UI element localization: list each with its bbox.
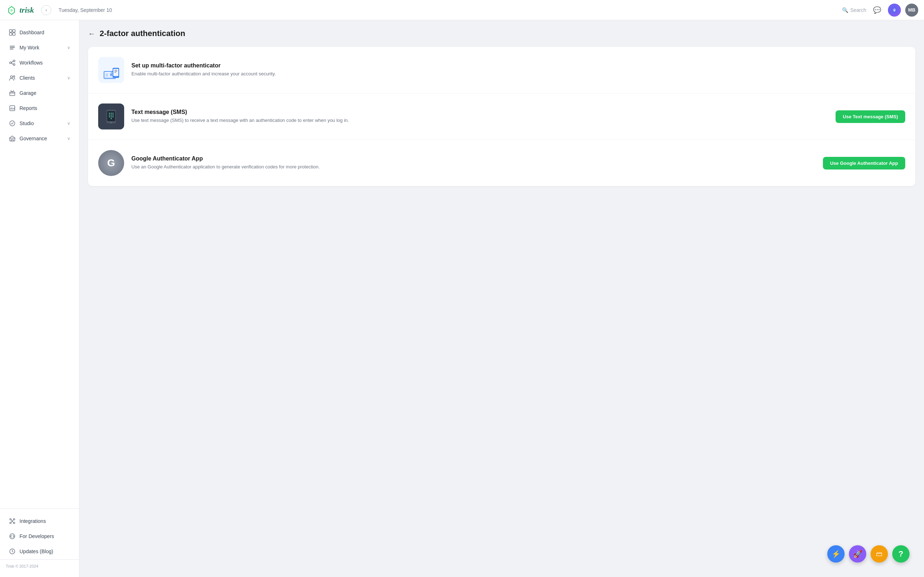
page-header: ← 2-factor authentication (88, 29, 915, 38)
sidebar: Dashboard My Work ∨ Workflows Client (0, 20, 79, 577)
updates-icon (9, 548, 16, 555)
chevron-down-icon: ∨ (67, 136, 70, 141)
rocket-icon: 🚀 (853, 550, 862, 558)
layout: Dashboard My Work ∨ Workflows Client (0, 20, 924, 577)
my-work-icon (9, 44, 16, 51)
svg-rect-6 (10, 33, 12, 35)
chat-button[interactable]: 💬 (871, 3, 884, 16)
auth-options-container: Set up multi-factor authenticator Enable… (88, 47, 915, 186)
sidebar-item-label: My Work (19, 45, 39, 50)
sidebar-item-label: Studio (19, 121, 34, 126)
svg-rect-39 (115, 72, 116, 73)
logo: trisk (6, 4, 34, 16)
lightning-icon: ⚡ (832, 550, 841, 558)
search-button[interactable]: 🔍 Search (842, 7, 866, 13)
search-label: Search (850, 7, 866, 13)
svg-point-45 (113, 113, 114, 114)
governance-icon (9, 135, 16, 142)
studio-icon (9, 120, 16, 127)
svg-rect-42 (107, 111, 115, 121)
integrations-icon (9, 517, 16, 525)
chevron-down-icon: ∨ (67, 76, 70, 81)
sidebar-item-label: Updates (Blog) (19, 548, 53, 554)
search-icon: 🔍 (842, 7, 848, 13)
svg-point-46 (109, 115, 110, 116)
sidebar-item-label: Governance (19, 135, 47, 141)
svg-rect-37 (115, 70, 117, 70)
sidebar-item-updates-blog[interactable]: Updates (Blog) (3, 544, 76, 559)
fab-help-button[interactable]: ? (892, 545, 909, 562)
svg-point-49 (109, 116, 110, 118)
use-sms-button[interactable]: Use Text message (SMS) (835, 110, 905, 123)
svg-point-40 (115, 76, 116, 77)
collapse-sidebar-button[interactable]: ‹ (41, 5, 51, 15)
ai-icon (890, 6, 899, 15)
google-auth-content: Google Authenticator App Use an Google A… (131, 155, 816, 171)
mfa-title: Set up multi-factor authenticator (131, 62, 905, 69)
svg-rect-10 (10, 49, 13, 49)
sms-content: Text message (SMS) Use text message (SMS… (131, 109, 828, 124)
reports-icon (9, 105, 16, 112)
svg-rect-38 (115, 71, 117, 71)
sidebar-item-reports[interactable]: Reports (3, 101, 76, 115)
google-auth-card: G Google Authenticator App Use an Google… (88, 140, 915, 186)
sidebar-item-my-work[interactable]: My Work ∨ (3, 40, 76, 55)
sms-phone-icon (103, 109, 119, 124)
sms-card: Text message (SMS) Use text message (SMS… (88, 93, 915, 140)
use-google-auth-button[interactable]: Use Google Authenticator App (823, 157, 905, 169)
user-avatar[interactable]: MB (905, 3, 918, 16)
main-content: ← 2-factor authentication (79, 20, 924, 577)
fab-rocket-button[interactable]: 🚀 (849, 545, 866, 562)
google-auth-icon: G (98, 150, 124, 176)
svg-point-52 (111, 118, 112, 119)
svg-point-22 (13, 519, 15, 520)
google-g-letter: G (107, 157, 115, 169)
svg-rect-5 (13, 29, 15, 32)
sidebar-item-workflows[interactable]: Workflows (3, 56, 76, 70)
sidebar-item-label: Reports (19, 105, 37, 111)
svg-point-50 (111, 116, 112, 118)
svg-rect-9 (10, 47, 15, 48)
fab-archive-button[interactable]: 🗃 (871, 545, 888, 562)
svg-point-13 (13, 64, 15, 66)
sidebar-item-integrations[interactable]: Integrations (3, 514, 76, 528)
sidebar-nav: Dashboard My Work ∨ Workflows Client (0, 20, 79, 508)
sidebar-item-studio[interactable]: Studio ∨ (3, 116, 76, 131)
sms-title: Text message (SMS) (131, 109, 828, 115)
for-developers-icon (9, 533, 16, 540)
svg-point-21 (10, 519, 11, 520)
sidebar-item-garage[interactable]: Garage (3, 86, 76, 100)
page-title: 2-factor authentication (100, 29, 185, 38)
ai-avatar[interactable] (888, 3, 901, 16)
sms-description: Use text message (SMS) to receive a text… (131, 117, 828, 124)
svg-point-43 (109, 113, 110, 114)
svg-rect-7 (13, 33, 15, 35)
clients-icon (9, 74, 16, 82)
dashboard-icon (9, 29, 16, 36)
fab-container: ⚡ 🚀 🗃 ? (827, 545, 909, 562)
sidebar-item-for-developers[interactable]: For Developers (3, 529, 76, 543)
svg-point-44 (111, 113, 112, 114)
svg-point-23 (10, 522, 11, 524)
sidebar-item-label: Workflows (19, 60, 43, 66)
svg-rect-29 (105, 74, 108, 74)
mfa-authenticator-icon (102, 61, 121, 79)
svg-rect-8 (10, 46, 15, 47)
sidebar-item-governance[interactable]: Governance ∨ (3, 131, 76, 146)
garage-icon (9, 89, 16, 97)
chevron-down-icon: ∨ (67, 121, 70, 126)
svg-rect-16 (10, 92, 15, 95)
sidebar-item-clients[interactable]: Clients ∨ (3, 71, 76, 85)
mfa-icon (98, 57, 124, 83)
fab-lightning-button[interactable]: ⚡ (827, 545, 845, 562)
svg-point-3 (895, 9, 896, 10)
svg-point-48 (113, 115, 114, 116)
logo-text: trisk (19, 5, 34, 15)
svg-point-53 (110, 122, 112, 123)
workflows-icon (9, 59, 16, 66)
svg-point-14 (10, 76, 13, 78)
back-button[interactable]: ← (88, 29, 95, 38)
svg-point-12 (13, 60, 15, 62)
sidebar-item-dashboard[interactable]: Dashboard (3, 25, 76, 40)
sidebar-item-label: Integrations (19, 518, 46, 524)
